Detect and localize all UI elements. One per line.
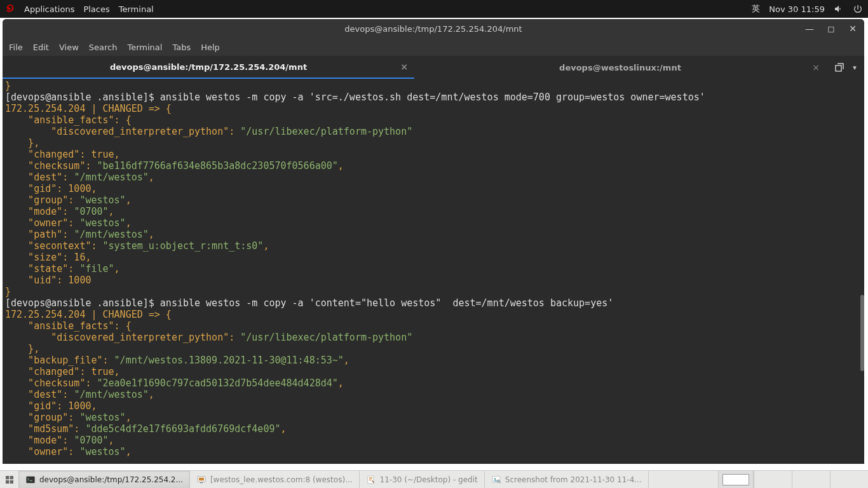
term-key: "state": xyxy=(5,263,79,274)
taskbar-label: [westos_lee.westos.com:8 (westos)... xyxy=(210,475,353,484)
menu-applications[interactable]: Applications xyxy=(24,4,74,14)
term-val: "/usr/libexec/platform-python" xyxy=(240,332,412,343)
term-val: "westos" xyxy=(79,217,125,229)
term-val: "0700" xyxy=(74,206,108,217)
term-cmd: ansible westos -m copy -a 'src=./westos.… xyxy=(160,92,705,103)
taskbar-label: devops@ansible:/tmp/172.25.254.2... xyxy=(39,475,183,484)
taskbar-item-image[interactable]: Screenshot from 2021-11-30 11-4... xyxy=(485,471,649,488)
taskbar-label: 11-30 (~/Desktop) - gedit xyxy=(380,475,478,484)
term-line: }, xyxy=(5,343,39,355)
term-cmd: ansible westos -m copy -a 'content="hell… xyxy=(160,297,613,309)
term-val: "/usr/libexec/platform-python" xyxy=(240,126,412,137)
term-line: "size": 16, xyxy=(5,252,91,263)
term-key: "discovered_interpreter_python": xyxy=(5,126,240,137)
title-bar[interactable]: devops@ansible:/tmp/172.25.254.204/mnt —… xyxy=(3,19,864,38)
term-line: } xyxy=(5,80,11,92)
taskbar-item-vm[interactable]: [westos_lee.westos.com:8 (westos)... xyxy=(190,471,360,488)
tab-label: devops@ansible:/tmp/172.25.254.204/mnt xyxy=(110,62,307,72)
term-host: 172.25.254.204 | xyxy=(5,309,103,320)
scrollbar-thumb[interactable] xyxy=(860,295,864,371)
term-val: "be116df7766af634e865b3a8dc230570f0566a0… xyxy=(97,160,338,172)
term-key: "discovered_interpreter_python": xyxy=(5,332,240,343)
svg-point-6 xyxy=(494,478,496,480)
ime-indicator[interactable]: 英 xyxy=(752,3,760,15)
term-val: "/mnt/westos" xyxy=(74,389,148,400)
tray-endcap xyxy=(830,471,868,488)
show-desktop-button[interactable] xyxy=(0,471,19,488)
window-title: devops@ansible:/tmp/172.25.254.204/mnt xyxy=(344,24,522,34)
terminal-body[interactable]: } [devops@ansible .ansible]$ ansible wes… xyxy=(3,79,864,464)
term-key: "path": xyxy=(5,229,74,240)
term-val: "westos" xyxy=(79,446,125,458)
menu-terminal[interactable]: Terminal xyxy=(119,4,154,14)
menu-bar: File Edit View Search Terminal Tabs Help xyxy=(3,38,864,56)
menu-search[interactable]: Search xyxy=(89,43,118,52)
term-val: "0700" xyxy=(74,435,108,446)
term-host: 172.25.254.204 | xyxy=(5,103,103,114)
term-key: "mode": xyxy=(5,206,74,217)
term-val: "westos" xyxy=(79,194,125,206)
term-key: "checksum": xyxy=(5,377,97,389)
maximize-button[interactable]: ◻ xyxy=(826,24,836,34)
taskbar-item-gedit[interactable]: 11-30 (~/Desktop) - gedit xyxy=(360,471,485,488)
tab-close-icon[interactable]: × xyxy=(812,62,820,72)
tab-strip: devops@ansible:/tmp/172.25.254.204/mnt ×… xyxy=(3,56,864,79)
terminal-window: devops@ansible:/tmp/172.25.254.204/mnt —… xyxy=(3,19,864,464)
term-prompt: [devops@ansible .ansible]$ xyxy=(5,92,160,103)
term-val: "/mnt/westos.13809.2021-11-30@11:48:53~" xyxy=(114,355,344,366)
svg-rect-2 xyxy=(199,477,204,480)
tab-inactive[interactable]: devops@westoslinux:/mnt × xyxy=(414,56,826,79)
term-line: "ansible_facts": { xyxy=(5,320,132,332)
term-line: } xyxy=(5,286,11,297)
vm-icon xyxy=(196,475,207,485)
menu-terminal[interactable]: Terminal xyxy=(127,43,162,52)
tab-menu-arrow-icon[interactable]: ▾ xyxy=(853,64,857,72)
volume-icon[interactable] xyxy=(834,4,844,14)
term-val: "/mnt/westos" xyxy=(74,172,148,183)
menu-file[interactable]: File xyxy=(9,43,23,52)
workspace-1[interactable] xyxy=(722,474,749,485)
term-line: "uid": 1000 xyxy=(5,274,91,286)
term-key: "dest": xyxy=(5,389,74,400)
close-button[interactable]: ✕ xyxy=(848,24,858,34)
svg-rect-0 xyxy=(26,476,34,483)
tray-area-2 xyxy=(792,471,830,488)
menu-help[interactable]: Help xyxy=(201,43,220,52)
bottom-taskbar: devops@ansible:/tmp/172.25.254.2... [wes… xyxy=(0,470,868,488)
tab-close-icon[interactable]: × xyxy=(400,62,408,72)
term-prompt: [devops@ansible .ansible]$ xyxy=(5,297,160,309)
term-key: "dest": xyxy=(5,172,74,183)
terminal-scrollbar[interactable] xyxy=(859,79,864,464)
menu-places[interactable]: Places xyxy=(83,4,109,14)
term-arrow: => { xyxy=(143,309,172,320)
term-line: "gid": 1000, xyxy=(5,400,97,412)
term-line: "gid": 1000, xyxy=(5,183,97,194)
taskbar-item-terminal[interactable]: devops@ansible:/tmp/172.25.254.2... xyxy=(19,471,190,488)
distro-logo-icon xyxy=(5,4,15,14)
term-key: "group": xyxy=(5,412,79,423)
new-tab-window-icon[interactable] xyxy=(834,62,845,73)
power-icon[interactable] xyxy=(853,4,863,14)
svg-rect-4 xyxy=(367,476,373,484)
term-key: "group": xyxy=(5,194,79,206)
term-line: }, xyxy=(5,137,39,149)
workspace-switcher[interactable] xyxy=(718,471,754,488)
menu-edit[interactable]: Edit xyxy=(33,43,49,52)
term-val: "westos" xyxy=(79,412,125,423)
tab-label: devops@westoslinux:/mnt xyxy=(559,63,681,72)
term-val: "2ea0e1f1690c797cad50132d7b54dee484d428d… xyxy=(97,377,338,389)
minimize-button[interactable]: — xyxy=(804,24,815,34)
term-key: "md5sum": xyxy=(5,423,85,435)
gedit-icon xyxy=(366,475,376,485)
term-val: "/mnt/westos" xyxy=(74,229,148,240)
term-val: "dde5c4df2e17f6693afdd6769dcf4e09" xyxy=(85,423,280,435)
term-line: "changed": true, xyxy=(5,366,120,377)
tab-active[interactable]: devops@ansible:/tmp/172.25.254.204/mnt × xyxy=(3,56,414,79)
clock[interactable]: Nov 30 11:59 xyxy=(769,4,825,14)
term-key: "mode": xyxy=(5,435,74,446)
top-panel: Applications Places Terminal 英 Nov 30 11… xyxy=(0,0,868,18)
menu-view[interactable]: View xyxy=(59,43,79,52)
menu-tabs[interactable]: Tabs xyxy=(172,43,191,52)
term-key: "secontext": xyxy=(5,240,103,252)
image-viewer-icon xyxy=(491,475,501,485)
